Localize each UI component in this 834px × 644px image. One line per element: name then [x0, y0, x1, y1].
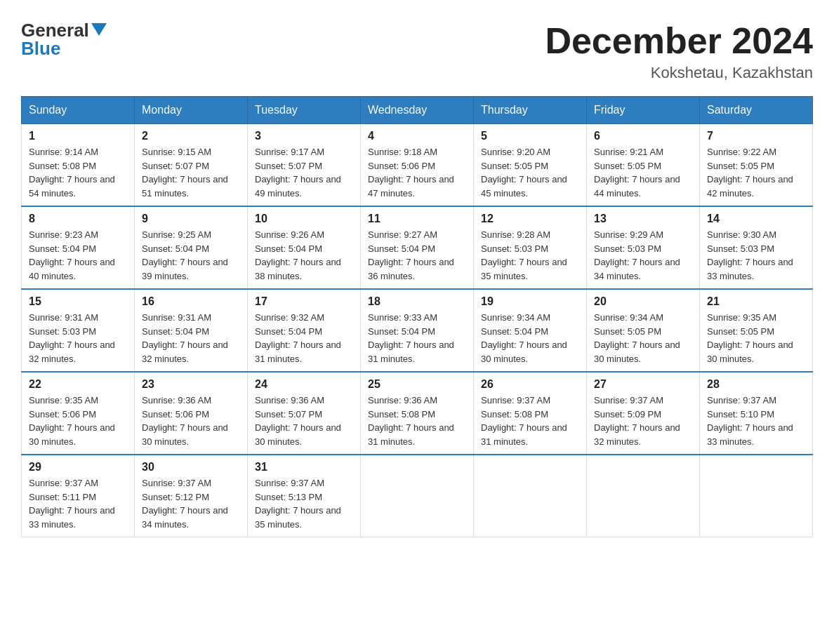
daylight-label: Daylight: 7 hours and 30 minutes. — [255, 422, 341, 447]
table-row: 16 Sunrise: 9:31 AM Sunset: 5:04 PM Dayl… — [135, 289, 248, 372]
daylight-label: Daylight: 7 hours and 45 minutes. — [481, 174, 567, 199]
logo-general: General — [21, 21, 107, 39]
day-number: 28 — [707, 378, 805, 391]
sunset-label: Sunset: 5:05 PM — [707, 326, 774, 337]
daylight-label: Daylight: 7 hours and 47 minutes. — [368, 174, 454, 199]
col-monday: Monday — [135, 97, 248, 124]
day-number: 24 — [255, 378, 353, 391]
table-row: 12 Sunrise: 9:28 AM Sunset: 5:03 PM Dayl… — [474, 206, 587, 289]
sunset-label: Sunset: 5:05 PM — [594, 326, 661, 337]
day-info: Sunrise: 9:30 AM Sunset: 5:03 PM Dayligh… — [707, 228, 805, 283]
sunrise-label: Sunrise: 9:36 AM — [368, 395, 437, 405]
sunrise-label: Sunrise: 9:17 AM — [255, 147, 324, 157]
sunrise-label: Sunrise: 9:25 AM — [142, 229, 211, 240]
sunset-label: Sunset: 5:04 PM — [142, 326, 209, 337]
table-row: 6 Sunrise: 9:21 AM Sunset: 5:05 PM Dayli… — [587, 124, 700, 207]
table-row: 22 Sunrise: 9:35 AM Sunset: 5:06 PM Dayl… — [22, 372, 135, 455]
sunrise-label: Sunrise: 9:37 AM — [707, 395, 776, 405]
table-row: 13 Sunrise: 9:29 AM Sunset: 5:03 PM Dayl… — [587, 206, 700, 289]
day-info: Sunrise: 9:36 AM Sunset: 5:06 PM Dayligh… — [142, 394, 240, 448]
table-row: 24 Sunrise: 9:36 AM Sunset: 5:07 PM Dayl… — [248, 372, 361, 455]
day-info: Sunrise: 9:15 AM Sunset: 5:07 PM Dayligh… — [142, 145, 240, 200]
sunset-label: Sunset: 5:05 PM — [481, 161, 548, 171]
calendar-header-row: Sunday Monday Tuesday Wednesday Thursday… — [22, 97, 813, 124]
table-row: 20 Sunrise: 9:34 AM Sunset: 5:05 PM Dayl… — [587, 289, 700, 372]
daylight-label: Daylight: 7 hours and 36 minutes. — [368, 257, 454, 281]
table-row: 10 Sunrise: 9:26 AM Sunset: 5:04 PM Dayl… — [248, 206, 361, 289]
sunrise-label: Sunrise: 9:37 AM — [481, 395, 550, 405]
day-info: Sunrise: 9:34 AM Sunset: 5:05 PM Dayligh… — [594, 311, 692, 365]
sunrise-label: Sunrise: 9:31 AM — [142, 312, 211, 323]
sunset-label: Sunset: 5:11 PM — [29, 492, 96, 502]
table-row: 4 Sunrise: 9:18 AM Sunset: 5:06 PM Dayli… — [361, 124, 474, 207]
table-row — [587, 455, 700, 537]
day-info: Sunrise: 9:37 AM Sunset: 5:13 PM Dayligh… — [255, 476, 353, 531]
daylight-label: Daylight: 7 hours and 33 minutes. — [707, 422, 793, 447]
day-number: 27 — [594, 378, 692, 391]
day-info: Sunrise: 9:37 AM Sunset: 5:10 PM Dayligh… — [707, 394, 805, 448]
sunrise-label: Sunrise: 9:36 AM — [142, 395, 211, 405]
daylight-label: Daylight: 7 hours and 34 minutes. — [594, 257, 680, 281]
sunset-label: Sunset: 5:03 PM — [481, 243, 548, 254]
day-number: 22 — [29, 378, 127, 391]
sunrise-label: Sunrise: 9:34 AM — [481, 312, 550, 323]
sunset-label: Sunset: 5:09 PM — [594, 409, 661, 420]
sunset-label: Sunset: 5:05 PM — [594, 161, 661, 171]
daylight-label: Daylight: 7 hours and 30 minutes. — [481, 340, 567, 364]
calendar-week-row: 29 Sunrise: 9:37 AM Sunset: 5:11 PM Dayl… — [22, 455, 813, 537]
sunset-label: Sunset: 5:04 PM — [142, 243, 209, 254]
day-info: Sunrise: 9:20 AM Sunset: 5:05 PM Dayligh… — [481, 145, 579, 200]
sunset-label: Sunset: 5:03 PM — [707, 243, 774, 254]
day-number: 8 — [29, 213, 127, 225]
day-info: Sunrise: 9:29 AM Sunset: 5:03 PM Dayligh… — [594, 228, 692, 283]
daylight-label: Daylight: 7 hours and 31 minutes. — [368, 422, 454, 447]
table-row: 15 Sunrise: 9:31 AM Sunset: 5:03 PM Dayl… — [22, 289, 135, 372]
sunrise-label: Sunrise: 9:33 AM — [368, 312, 437, 323]
title-block: December 2024 Kokshetau, Kazakhstan — [545, 21, 813, 82]
sunrise-label: Sunrise: 9:22 AM — [707, 147, 776, 157]
sunrise-label: Sunrise: 9:27 AM — [368, 229, 437, 240]
day-number: 4 — [368, 130, 466, 142]
col-friday: Friday — [587, 97, 700, 124]
day-info: Sunrise: 9:37 AM Sunset: 5:09 PM Dayligh… — [594, 394, 692, 448]
sunset-label: Sunset: 5:12 PM — [142, 492, 209, 502]
table-row: 31 Sunrise: 9:37 AM Sunset: 5:13 PM Dayl… — [248, 455, 361, 537]
daylight-label: Daylight: 7 hours and 32 minutes. — [142, 340, 228, 364]
day-info: Sunrise: 9:35 AM Sunset: 5:05 PM Dayligh… — [707, 311, 805, 365]
sunrise-label: Sunrise: 9:28 AM — [481, 229, 550, 240]
day-number: 31 — [255, 461, 353, 474]
sunrise-label: Sunrise: 9:37 AM — [142, 478, 211, 488]
sunrise-label: Sunrise: 9:18 AM — [368, 147, 437, 157]
sunset-label: Sunset: 5:04 PM — [368, 243, 435, 254]
sunrise-label: Sunrise: 9:29 AM — [594, 229, 663, 240]
daylight-label: Daylight: 7 hours and 31 minutes. — [481, 422, 567, 447]
day-number: 15 — [29, 295, 127, 308]
day-number: 3 — [255, 130, 353, 142]
table-row: 18 Sunrise: 9:33 AM Sunset: 5:04 PM Dayl… — [361, 289, 474, 372]
day-info: Sunrise: 9:34 AM Sunset: 5:04 PM Dayligh… — [481, 311, 579, 365]
table-row: 27 Sunrise: 9:37 AM Sunset: 5:09 PM Dayl… — [587, 372, 700, 455]
day-number: 23 — [142, 378, 240, 391]
day-info: Sunrise: 9:31 AM Sunset: 5:03 PM Dayligh… — [29, 311, 127, 365]
sunset-label: Sunset: 5:07 PM — [255, 409, 322, 420]
sunrise-label: Sunrise: 9:15 AM — [142, 147, 211, 157]
page-header: General Blue December 2024 Kokshetau, Ka… — [21, 21, 813, 82]
day-info: Sunrise: 9:18 AM Sunset: 5:06 PM Dayligh… — [368, 145, 466, 200]
day-info: Sunrise: 9:35 AM Sunset: 5:06 PM Dayligh… — [29, 394, 127, 448]
daylight-label: Daylight: 7 hours and 51 minutes. — [142, 174, 228, 199]
day-number: 12 — [481, 213, 579, 225]
day-number: 9 — [142, 213, 240, 225]
day-number: 25 — [368, 378, 466, 391]
day-number: 18 — [368, 295, 466, 308]
daylight-label: Daylight: 7 hours and 32 minutes. — [594, 422, 680, 447]
table-row: 29 Sunrise: 9:37 AM Sunset: 5:11 PM Dayl… — [22, 455, 135, 537]
day-info: Sunrise: 9:26 AM Sunset: 5:04 PM Dayligh… — [255, 228, 353, 283]
sunset-label: Sunset: 5:08 PM — [481, 409, 548, 420]
day-number: 29 — [29, 461, 127, 474]
sunset-label: Sunset: 5:06 PM — [29, 409, 96, 420]
calendar-week-row: 8 Sunrise: 9:23 AM Sunset: 5:04 PM Dayli… — [22, 206, 813, 289]
sunrise-label: Sunrise: 9:37 AM — [255, 478, 324, 488]
day-number: 11 — [368, 213, 466, 225]
daylight-label: Daylight: 7 hours and 31 minutes. — [255, 340, 341, 364]
table-row — [700, 455, 813, 537]
